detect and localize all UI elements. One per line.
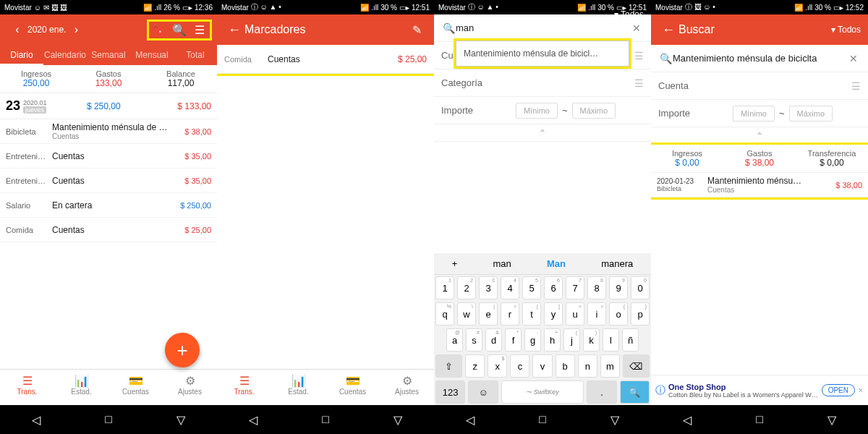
tab-diario[interactable]: Diario [0, 45, 43, 65]
bottom-nav: ☰Trans. 📊Estad. 💳Cuentas ⚙Ajustes [217, 369, 434, 405]
filter-cuenta[interactable]: Cuenta☰ [651, 72, 868, 100]
max-input[interactable]: Máximo [789, 106, 833, 122]
min-input[interactable]: Mínimo [733, 106, 775, 122]
result-row[interactable]: 2020-01-23Bibicleta Mantenimiento ménsu…… [651, 173, 868, 197]
nav-trans[interactable]: ☰Trans. [217, 370, 271, 405]
system-nav: ◁□▽ [217, 405, 434, 434]
collapse-toggle[interactable]: ⌃ [434, 124, 651, 142]
shift-key[interactable]: ⇧ [435, 354, 462, 378]
nav-ajustes[interactable]: ⚙Ajustes [380, 370, 434, 405]
tab-total[interactable]: Total [174, 45, 217, 65]
back-button[interactable]: ← [658, 22, 678, 38]
sys-back[interactable]: ◁ [683, 413, 692, 427]
filter-importe[interactable]: Importe Mínimo~ Máximo [651, 100, 868, 127]
system-nav: ◁□▽ [0, 405, 217, 434]
filter-lines-icon: ☰ [634, 50, 644, 61]
tab-semanal[interactable]: Semanal [87, 45, 130, 65]
filter-categoria[interactable]: Categoría☰ [434, 69, 651, 97]
screen-diario: Movistar ☺ ✉ 🖼 🖼 📶 .ıll 26 % ▭▸ 12:36 ‹ … [0, 0, 217, 434]
tx-row[interactable]: SalarioEn cartera$ 250,00 [0, 193, 217, 218]
sys-home[interactable]: □ [105, 413, 112, 426]
nav-estad[interactable]: 📊Estad. [54, 370, 109, 405]
ad-badge-icon: ⓘ [655, 384, 665, 397]
max-input[interactable]: Máximo [572, 103, 616, 119]
back-button[interactable]: ← [224, 22, 244, 38]
page-title: Marcadores [244, 23, 407, 36]
app-bar: ‹ 2020 ene. › 🔖 🔍 ☰ [0, 14, 217, 45]
tab-calendario[interactable]: Calendario [43, 45, 87, 65]
space-key[interactable]: ⤳ SwiftKey [501, 380, 584, 404]
bottom-nav: ☰Trans. 📊Estad. 💳Cuentas ⚙Ajustes [0, 369, 217, 405]
filter-icon[interactable]: ☰ [190, 23, 210, 37]
ad-close-icon[interactable]: ✕ [858, 387, 864, 394]
kb-suggestions[interactable]: +manManmanera [434, 253, 651, 275]
search-input[interactable] [673, 53, 846, 64]
filter-todos[interactable]: Todos [838, 25, 861, 35]
emoji-key[interactable]: ☺ [468, 380, 498, 404]
tx-row[interactable]: Entretenimi…Cuentas$ 35,00 [0, 144, 217, 169]
result-summary: Ingresos$ 0,00 Gastos$ 38,00 Transferenc… [651, 145, 868, 173]
add-tx-fab[interactable]: + [165, 333, 200, 367]
num-key[interactable]: 123 [435, 380, 465, 404]
sys-home[interactable]: □ [322, 413, 329, 426]
app-bar: ← Marcadores ✎ [217, 14, 434, 45]
search-input-row: 🔍 ✕ [651, 45, 868, 72]
bookmark-item[interactable]: Comida Cuentas $ 25,00 [217, 45, 434, 74]
system-nav: ◁□▽ [651, 405, 868, 434]
search-input[interactable] [456, 22, 629, 33]
nav-estad[interactable]: 📊Estad. [271, 370, 326, 405]
enter-key[interactable]: 🔍 [620, 380, 650, 404]
collapse-toggle[interactable]: ⌃ [651, 127, 868, 145]
search-icon: 🔍 [658, 53, 673, 64]
tx-row[interactable]: Entretenimi…Cuentas$ 35,00 [0, 169, 217, 193]
sys-home[interactable]: □ [756, 413, 763, 426]
sys-recent[interactable]: ▽ [393, 413, 402, 427]
clear-icon[interactable]: ✕ [629, 22, 644, 34]
search-input-row: 🔍 ✕ Mantenimiento ménsula de bicicl… [434, 14, 651, 42]
nav-cuentas[interactable]: 💳Cuentas [326, 370, 380, 405]
clear-icon[interactable]: ✕ [846, 53, 861, 64]
app-bar: ← Buscar ▾ Todos [651, 14, 868, 45]
page-title: Buscar [678, 23, 831, 36]
search-icon[interactable]: 🔍 [169, 23, 190, 37]
keyboard: +manManmanera 11223344556677889900 %q\w|… [434, 253, 651, 405]
sys-back[interactable]: ◁ [249, 413, 258, 427]
status-bar: Movistar ☺ ✉ 🖼 🖼 📶 .ıll 26 % ▭▸ 12:36 [0, 0, 217, 14]
ad-banner[interactable]: ⓘ One Stop Shop Cotton Bleu by Nu Label … [651, 375, 868, 405]
min-input[interactable]: Mínimo [516, 103, 558, 119]
toolbar-highlight: 🔖 🔍 ☰ [149, 22, 210, 38]
next-month-button[interactable]: › [66, 23, 86, 36]
screen-marcadores: Movistar ⓘ ☺ ▲ • 📶 .ıll 30 % ▭▸ 12:51 ← … [217, 0, 434, 434]
filter-lines-icon: ☰ [851, 80, 861, 92]
sys-back[interactable]: ◁ [32, 413, 41, 427]
screen-buscar-typing: Movistar ⓘ ☺ ▲ • 📶 .ıll 30 % ▭▸ 12:51 ← … [434, 0, 651, 434]
status-bar: Movistar ⓘ 🖼 ☺ • 📶 .ıll 30 % ▭▸ 12:52 [651, 0, 868, 14]
tx-row[interactable]: ComidaCuentas$ 25,00 [0, 218, 217, 242]
edit-icon[interactable]: ✎ [407, 23, 427, 37]
filter-lines-icon: ☰ [634, 77, 644, 89]
sys-recent[interactable]: ▽ [827, 413, 836, 427]
prev-month-button[interactable]: ‹ [7, 23, 27, 36]
bookmark-icon[interactable]: 🔖 [149, 23, 169, 37]
status-bar: Movistar ⓘ ☺ ▲ • 📶 .ıll 30 % ▭▸ 12:51 [217, 0, 434, 14]
nav-cuentas[interactable]: 💳Cuentas [109, 370, 163, 405]
search-suggestion[interactable]: Mantenimiento ménsula de bicicl… [456, 41, 629, 67]
system-nav: ◁□▽ [434, 405, 651, 434]
view-tabs: Diario Calendario Semanal Mensual Total [0, 45, 217, 65]
nav-ajustes[interactable]: ⚙Ajustes [163, 370, 217, 405]
sys-recent[interactable]: ▽ [176, 413, 185, 427]
sys-home[interactable]: □ [539, 413, 546, 426]
search-icon: 🔍 [441, 22, 456, 34]
nav-trans[interactable]: ☰Trans. [0, 370, 54, 405]
results-highlight: Ingresos$ 0,00 Gastos$ 38,00 Transferenc… [651, 145, 868, 197]
sys-recent[interactable]: ▽ [610, 413, 619, 427]
month-label[interactable]: 2020 ene. [27, 25, 66, 35]
tx-row[interactable]: BibicletaMantenimiento ménsula de bi…Cue… [0, 119, 217, 144]
day-header[interactable]: 23 2020.01jueves $ 250,00 $ 133,00 [0, 93, 217, 119]
screen-buscar-results: Movistar ⓘ 🖼 ☺ • 📶 .ıll 30 % ▭▸ 12:52 ← … [651, 0, 868, 434]
backspace-key[interactable]: ⌫ [623, 354, 650, 378]
tab-mensual[interactable]: Mensual [130, 45, 174, 65]
filter-importe[interactable]: Importe Mínimo~ Máximo [434, 97, 651, 124]
ad-open-button[interactable]: OPEN [822, 384, 855, 396]
sys-back[interactable]: ◁ [466, 413, 475, 427]
